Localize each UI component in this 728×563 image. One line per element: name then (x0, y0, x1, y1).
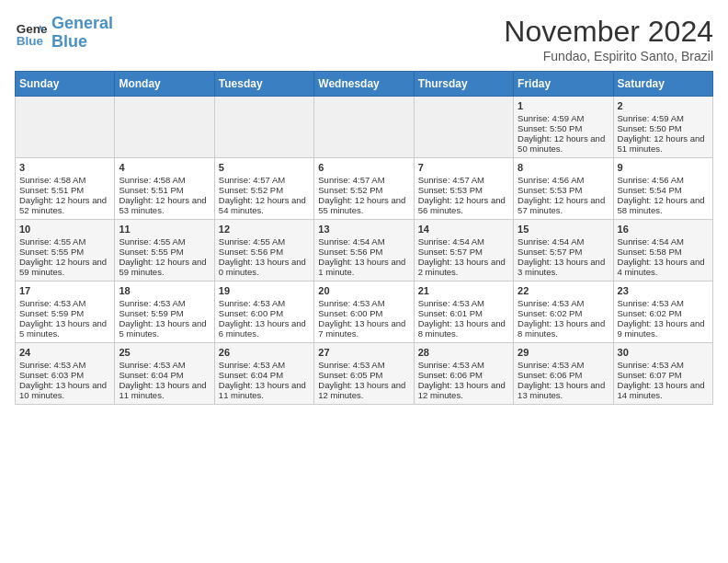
calendar-cell: 20Sunrise: 4:53 AMSunset: 6:00 PMDayligh… (314, 282, 414, 343)
calendar-cell (16, 97, 115, 158)
calendar-cell (414, 97, 513, 158)
calendar-cell: 29Sunrise: 4:53 AMSunset: 6:06 PMDayligh… (514, 343, 613, 405)
calendar-cell: 8Sunrise: 4:56 AMSunset: 5:53 PMDaylight… (514, 158, 613, 220)
day-info: Sunrise: 4:53 AMSunset: 6:00 PMDaylight:… (318, 298, 405, 339)
day-info: Sunrise: 4:53 AMSunset: 6:04 PMDaylight:… (119, 360, 206, 400)
weekday-header-wednesday: Wednesday (314, 72, 414, 97)
weekday-header-monday: Monday (115, 72, 214, 97)
day-info: Sunrise: 4:58 AMSunset: 5:51 PMDaylight:… (19, 175, 107, 215)
calendar-cell: 17Sunrise: 4:53 AMSunset: 5:59 PMDayligh… (16, 282, 115, 343)
day-number: 22 (518, 285, 609, 296)
day-number: 26 (219, 347, 310, 358)
calendar-cell: 1Sunrise: 4:59 AMSunset: 5:50 PMDaylight… (514, 97, 613, 158)
day-number: 17 (19, 285, 110, 296)
day-info: Sunrise: 4:57 AMSunset: 5:53 PMDaylight:… (418, 175, 506, 215)
day-info: Sunrise: 4:56 AMSunset: 5:54 PMDaylight:… (618, 175, 705, 215)
day-info: Sunrise: 4:59 AMSunset: 5:50 PMDaylight:… (518, 113, 605, 154)
day-number: 30 (618, 347, 709, 358)
title-block: November 2024 Fundao, Espirito Santo, Br… (504, 15, 713, 63)
svg-text:Blue: Blue (17, 33, 44, 47)
day-number: 3 (19, 162, 110, 173)
calendar-cell: 12Sunrise: 4:55 AMSunset: 5:56 PMDayligh… (214, 220, 313, 282)
calendar-cell: 10Sunrise: 4:55 AMSunset: 5:55 PMDayligh… (16, 220, 115, 282)
day-info: Sunrise: 4:53 AMSunset: 6:00 PMDaylight:… (219, 298, 306, 339)
day-info: Sunrise: 4:57 AMSunset: 5:52 PMDaylight:… (318, 175, 405, 215)
calendar-week-row: 3Sunrise: 4:58 AMSunset: 5:51 PMDaylight… (16, 158, 713, 220)
day-info: Sunrise: 4:56 AMSunset: 5:53 PMDaylight:… (518, 175, 605, 215)
weekday-header-friday: Friday (514, 72, 613, 97)
calendar-cell (314, 97, 414, 158)
calendar-cell: 4Sunrise: 4:58 AMSunset: 5:51 PMDaylight… (115, 158, 214, 220)
calendar-table: SundayMondayTuesdayWednesdayThursdayFrid… (15, 71, 713, 405)
day-number: 12 (219, 224, 310, 235)
calendar-cell: 13Sunrise: 4:54 AMSunset: 5:56 PMDayligh… (314, 220, 414, 282)
day-info: Sunrise: 4:53 AMSunset: 6:05 PMDaylight:… (318, 360, 405, 400)
day-number: 10 (19, 224, 110, 235)
day-info: Sunrise: 4:55 AMSunset: 5:55 PMDaylight:… (119, 236, 206, 277)
calendar-cell: 7Sunrise: 4:57 AMSunset: 5:53 PMDaylight… (414, 158, 513, 220)
day-info: Sunrise: 4:53 AMSunset: 6:02 PMDaylight:… (618, 298, 705, 339)
day-info: Sunrise: 4:53 AMSunset: 5:59 PMDaylight:… (19, 298, 107, 339)
calendar-cell: 24Sunrise: 4:53 AMSunset: 6:03 PMDayligh… (16, 343, 115, 405)
day-number: 13 (318, 224, 409, 235)
day-info: Sunrise: 4:53 AMSunset: 6:06 PMDaylight:… (418, 360, 506, 400)
calendar-cell: 18Sunrise: 4:53 AMSunset: 5:59 PMDayligh… (115, 282, 214, 343)
calendar-cell: 11Sunrise: 4:55 AMSunset: 5:55 PMDayligh… (115, 220, 214, 282)
calendar-cell: 14Sunrise: 4:54 AMSunset: 5:57 PMDayligh… (414, 220, 513, 282)
calendar-cell: 9Sunrise: 4:56 AMSunset: 5:54 PMDaylight… (613, 158, 712, 220)
calendar-cell: 26Sunrise: 4:53 AMSunset: 6:04 PMDayligh… (214, 343, 313, 405)
calendar-cell: 22Sunrise: 4:53 AMSunset: 6:02 PMDayligh… (514, 282, 613, 343)
calendar-cell: 25Sunrise: 4:53 AMSunset: 6:04 PMDayligh… (115, 343, 214, 405)
day-number: 18 (119, 285, 210, 296)
calendar-cell (115, 97, 214, 158)
day-info: Sunrise: 4:54 AMSunset: 5:58 PMDaylight:… (618, 236, 705, 277)
calendar-cell: 6Sunrise: 4:57 AMSunset: 5:52 PMDaylight… (314, 158, 414, 220)
day-number: 28 (418, 347, 509, 358)
day-number: 6 (318, 162, 409, 173)
calendar-cell: 27Sunrise: 4:53 AMSunset: 6:05 PMDayligh… (314, 343, 414, 405)
calendar-body: 1Sunrise: 4:59 AMSunset: 5:50 PMDaylight… (16, 97, 713, 405)
calendar-cell: 21Sunrise: 4:53 AMSunset: 6:01 PMDayligh… (414, 282, 513, 343)
day-number: 9 (618, 162, 709, 173)
logo: General Blue GeneralBlue (15, 15, 113, 52)
calendar-cell: 23Sunrise: 4:53 AMSunset: 6:02 PMDayligh… (613, 282, 712, 343)
day-number: 19 (219, 285, 310, 296)
calendar-cell: 28Sunrise: 4:53 AMSunset: 6:06 PMDayligh… (414, 343, 513, 405)
page-header: General Blue GeneralBlue November 2024 F… (15, 15, 713, 63)
day-info: Sunrise: 4:58 AMSunset: 5:51 PMDaylight:… (119, 175, 206, 215)
day-info: Sunrise: 4:59 AMSunset: 5:50 PMDaylight:… (618, 113, 705, 154)
calendar-header: SundayMondayTuesdayWednesdayThursdayFrid… (16, 72, 713, 97)
day-number: 8 (518, 162, 609, 173)
calendar-cell: 16Sunrise: 4:54 AMSunset: 5:58 PMDayligh… (613, 220, 712, 282)
logo-icon: General Blue (15, 17, 48, 50)
calendar-cell: 5Sunrise: 4:57 AMSunset: 5:52 PMDaylight… (214, 158, 313, 220)
day-info: Sunrise: 4:53 AMSunset: 6:01 PMDaylight:… (418, 298, 506, 339)
calendar-cell (214, 97, 313, 158)
day-number: 16 (618, 224, 709, 235)
calendar-cell: 15Sunrise: 4:54 AMSunset: 5:57 PMDayligh… (514, 220, 613, 282)
calendar-cell: 3Sunrise: 4:58 AMSunset: 5:51 PMDaylight… (16, 158, 115, 220)
calendar-cell: 19Sunrise: 4:53 AMSunset: 6:00 PMDayligh… (214, 282, 313, 343)
weekday-header-saturday: Saturday (613, 72, 712, 97)
day-number: 11 (119, 224, 210, 235)
day-info: Sunrise: 4:55 AMSunset: 5:55 PMDaylight:… (19, 236, 107, 277)
weekday-header-row: SundayMondayTuesdayWednesdayThursdayFrid… (16, 72, 713, 97)
month-title: November 2024 (504, 15, 713, 49)
calendar-week-row: 10Sunrise: 4:55 AMSunset: 5:55 PMDayligh… (16, 220, 713, 282)
day-info: Sunrise: 4:54 AMSunset: 5:56 PMDaylight:… (318, 236, 405, 277)
weekday-header-sunday: Sunday (16, 72, 115, 97)
logo-text: GeneralBlue (51, 15, 113, 52)
day-info: Sunrise: 4:53 AMSunset: 6:07 PMDaylight:… (618, 360, 705, 400)
location-subtitle: Fundao, Espirito Santo, Brazil (504, 49, 713, 63)
calendar-cell: 30Sunrise: 4:53 AMSunset: 6:07 PMDayligh… (613, 343, 712, 405)
day-number: 5 (219, 162, 310, 173)
day-number: 4 (119, 162, 210, 173)
day-info: Sunrise: 4:53 AMSunset: 6:04 PMDaylight:… (219, 360, 306, 400)
day-number: 7 (418, 162, 509, 173)
day-number: 20 (318, 285, 409, 296)
day-info: Sunrise: 4:53 AMSunset: 6:06 PMDaylight:… (518, 360, 605, 400)
day-number: 23 (618, 285, 709, 296)
day-info: Sunrise: 4:53 AMSunset: 5:59 PMDaylight:… (119, 298, 206, 339)
day-info: Sunrise: 4:54 AMSunset: 5:57 PMDaylight:… (518, 236, 605, 277)
weekday-header-tuesday: Tuesday (214, 72, 313, 97)
